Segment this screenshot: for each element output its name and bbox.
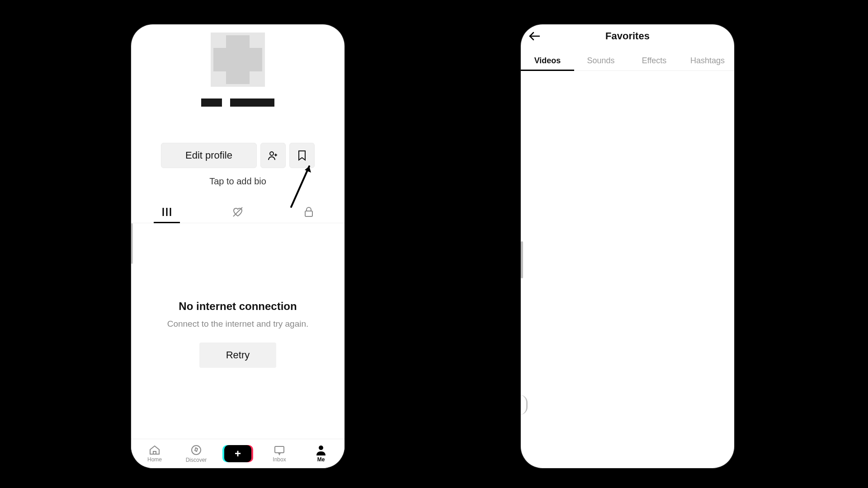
svg-rect-7 (305, 211, 312, 216)
bookmark-icon (297, 150, 307, 161)
profile-actions: Edit profile (161, 143, 315, 168)
heart-off-icon (232, 206, 244, 217)
username-bar (201, 99, 222, 107)
arrow-left-icon (528, 31, 540, 41)
plus-icon: + (224, 445, 251, 462)
nav-me-label: Me (317, 456, 325, 463)
favorites-title: Favorites (605, 30, 650, 42)
svg-point-0 (270, 152, 274, 155)
nav-me[interactable]: Me (303, 445, 339, 463)
nav-inbox-label: Inbox (273, 456, 286, 463)
tab-sounds[interactable]: Sounds (574, 51, 627, 70)
svg-point-8 (192, 446, 201, 455)
empty-subtitle: Connect to the internet and try again. (167, 319, 309, 329)
bottom-nav: Home Discover + (131, 439, 344, 468)
home-icon (149, 445, 160, 455)
tab-videos-label: Videos (534, 56, 561, 66)
nav-home-label: Home (147, 456, 162, 463)
nav-discover[interactable]: Discover (179, 444, 214, 463)
favorites-header: Favorites (521, 24, 734, 48)
nav-create[interactable]: + (220, 445, 255, 462)
tab-hashtags-label: Hashtags (690, 56, 725, 66)
add-friend-button[interactable] (260, 143, 286, 168)
avatar-placeholder[interactable] (211, 33, 265, 87)
tab-posts[interactable] (131, 201, 202, 223)
tab-liked[interactable] (202, 201, 273, 223)
scroll-indicator (131, 223, 133, 264)
edit-profile-button[interactable]: Edit profile (161, 143, 257, 168)
nav-discover-label: Discover (186, 457, 207, 463)
username-bar (230, 99, 274, 107)
tab-videos[interactable]: Videos (521, 51, 574, 70)
favorites-tabs: Videos Sounds Effects Hashtags (521, 51, 734, 71)
svg-rect-9 (275, 446, 284, 453)
add-friend-icon (268, 150, 278, 161)
lock-icon (304, 206, 314, 217)
profile-screen: Edit profile (131, 24, 344, 468)
retry-button[interactable]: Retry (199, 343, 276, 368)
bookmarks-button[interactable] (289, 143, 315, 168)
tab-private[interactable] (274, 201, 344, 223)
svg-point-10 (319, 446, 323, 450)
scroll-indicator (521, 241, 523, 278)
favorites-screen: Favorites Videos Sounds Effects Hashtags (521, 24, 734, 468)
profile-tabs (131, 201, 344, 223)
back-button[interactable] (527, 29, 542, 43)
compass-icon (190, 444, 202, 456)
bio-placeholder[interactable]: Tap to add bio (209, 176, 266, 187)
edit-profile-label: Edit profile (185, 150, 232, 161)
nav-inbox[interactable]: Inbox (262, 445, 297, 463)
gesture-hint (521, 395, 528, 415)
person-icon (316, 445, 326, 455)
username-placeholder (201, 99, 274, 107)
tab-effects-label: Effects (642, 56, 667, 66)
profile-header: Edit profile (131, 24, 344, 187)
tab-hashtags[interactable]: Hashtags (681, 51, 734, 70)
grid-icon (162, 207, 172, 217)
inbox-icon (274, 445, 285, 455)
empty-state: No internet connection Connect to the in… (131, 300, 344, 368)
tab-sounds-label: Sounds (587, 56, 614, 66)
nav-home[interactable]: Home (137, 445, 172, 463)
retry-label: Retry (226, 349, 250, 361)
empty-title: No internet connection (179, 300, 297, 313)
tab-effects[interactable]: Effects (627, 51, 681, 70)
